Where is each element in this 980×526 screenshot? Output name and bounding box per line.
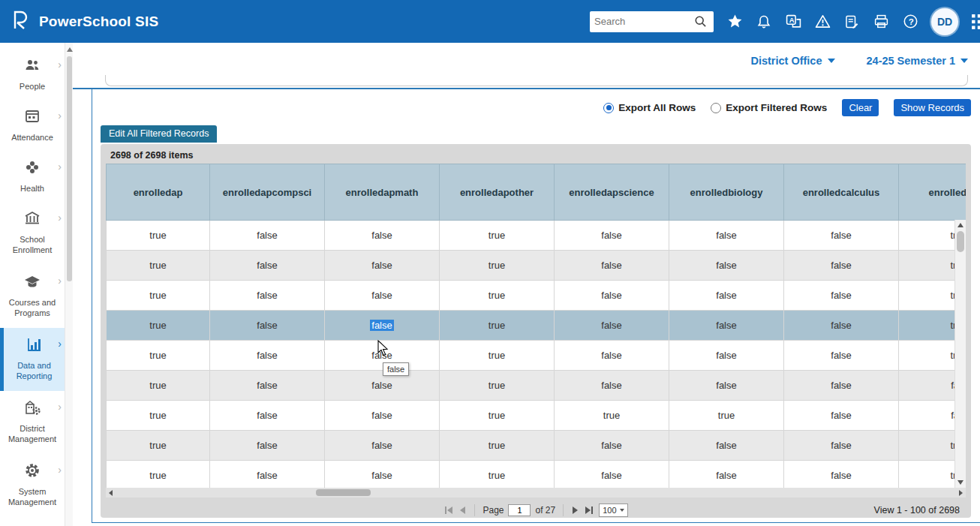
sidebar-item-courses-and-programs[interactable]: › Courses and Programs	[0, 265, 65, 328]
table-cell[interactable]: false	[325, 401, 440, 431]
page-number-input[interactable]	[508, 504, 531, 516]
translate-icon[interactable]: A	[785, 14, 801, 30]
table-cell[interactable]: false	[784, 461, 899, 488]
table-cell[interactable]: false	[210, 251, 325, 281]
print-icon[interactable]	[873, 14, 889, 30]
table-cell[interactable]: false	[784, 341, 899, 371]
table-cell[interactable]: false	[669, 461, 784, 488]
table-cell[interactable]: false	[555, 251, 669, 281]
radio-unselected-icon[interactable]	[711, 103, 721, 113]
table-cell[interactable]: true	[107, 401, 210, 431]
pager-first-button[interactable]	[443, 505, 454, 515]
column-header-enrolledapmath[interactable]: enrolledapmath	[325, 164, 440, 221]
table-cell[interactable]: false	[210, 431, 325, 461]
table-cell[interactable]: false	[555, 431, 669, 461]
column-header-enrolledcalculus[interactable]: enrolledcalculus	[784, 164, 899, 221]
table-cell[interactable]: true	[440, 221, 555, 251]
table-cell[interactable]: true	[440, 311, 555, 341]
table-cell[interactable]: true	[440, 371, 555, 401]
table-cell[interactable]: false	[784, 311, 899, 341]
sidebar-item-people[interactable]: › People	[0, 49, 65, 100]
search-icon[interactable]	[693, 14, 709, 30]
vertical-scrollbar[interactable]	[954, 220, 966, 488]
table-cell[interactable]: false	[325, 311, 440, 341]
clear-button[interactable]: Clear	[842, 99, 879, 116]
table-cell[interactable]: false	[784, 431, 899, 461]
table-cell[interactable]: false	[210, 461, 325, 488]
table-cell[interactable]: false	[325, 251, 440, 281]
table-cell[interactable]: true	[440, 401, 555, 431]
scroll-up-arrow-icon[interactable]	[67, 47, 73, 52]
radio-export-all-rows[interactable]: Export All Rows	[603, 102, 696, 113]
column-header-enrolledche[interactable]: enrolledche	[899, 164, 966, 221]
table-cell[interactable]: false	[555, 311, 669, 341]
table-cell[interactable]: false	[210, 371, 325, 401]
table-cell[interactable]: true	[669, 401, 784, 431]
table-cell[interactable]: true	[440, 251, 555, 281]
table-cell[interactable]: false	[669, 251, 784, 281]
app-switcher-icon[interactable]	[971, 14, 980, 30]
table-cell[interactable]: true	[440, 431, 555, 461]
column-header-enrolledbiology[interactable]: enrolledbiology	[669, 164, 784, 221]
table-cell[interactable]: false	[555, 281, 669, 311]
table-cell[interactable]: true	[107, 341, 210, 371]
table-cell[interactable]: false	[325, 431, 440, 461]
sidebar-scrollbar-thumb[interactable]	[67, 56, 72, 281]
scroll-down-arrow-icon[interactable]	[957, 480, 963, 485]
table-cell[interactable]: false	[210, 341, 325, 371]
page-size-select[interactable]: 100	[599, 503, 627, 517]
table-cell[interactable]: false	[784, 251, 899, 281]
sidebar-item-school-enrollment[interactable]: › School Enrollment	[0, 202, 65, 265]
horizontal-scrollbar-thumb[interactable]	[316, 489, 371, 496]
column-header-enrolledapother[interactable]: enrolledapother	[440, 164, 555, 221]
table-cell[interactable]: true	[107, 281, 210, 311]
table-cell[interactable]: true	[107, 251, 210, 281]
sidebar-item-system-management[interactable]: › System Management	[0, 454, 65, 517]
table-cell[interactable]: false	[784, 221, 899, 251]
table-cell[interactable]: false	[325, 371, 440, 401]
table-cell[interactable]: true	[107, 431, 210, 461]
notifications-bell-icon[interactable]	[756, 14, 772, 30]
pager-prev-button[interactable]	[458, 505, 467, 515]
radio-export-filtered-rows[interactable]: Export Filtered Rows	[711, 102, 827, 113]
school-selector[interactable]: District Office	[750, 55, 834, 67]
table-cell[interactable]: false	[669, 221, 784, 251]
radio-selected-icon[interactable]	[603, 103, 614, 113]
table-cell[interactable]: false	[555, 461, 669, 488]
pager-next-button[interactable]	[571, 505, 579, 515]
search-input[interactable]	[594, 16, 693, 27]
edit-all-filtered-records-button[interactable]: Edit All Filtered Records	[101, 125, 217, 143]
table-cell[interactable]: false	[210, 221, 325, 251]
column-header-enrolledapcompsci[interactable]: enrolledapcompsci	[210, 164, 325, 221]
table-cell[interactable]: false	[555, 371, 669, 401]
scroll-left-arrow-icon[interactable]	[109, 490, 113, 496]
table-cell[interactable]: false	[210, 311, 325, 341]
tasks-checklist-icon[interactable]	[843, 14, 860, 30]
sidebar-scrollbar[interactable]	[65, 43, 73, 526]
table-cell[interactable]: false	[669, 371, 784, 401]
favorites-star-icon[interactable]	[726, 14, 743, 30]
vertical-scrollbar-thumb[interactable]	[957, 231, 964, 252]
table-cell[interactable]: false	[325, 281, 440, 311]
sidebar-item-district-management[interactable]: › District Management	[0, 391, 65, 454]
avatar[interactable]: DD	[931, 8, 958, 35]
table-cell[interactable]: true	[107, 371, 210, 401]
sidebar-item-health[interactable]: › Health	[0, 151, 65, 202]
column-header-enrolledapscience[interactable]: enrolledapscience	[555, 164, 669, 221]
table-cell[interactable]: false	[669, 281, 784, 311]
table-cell[interactable]: false	[669, 431, 784, 461]
table-cell[interactable]: false	[784, 401, 899, 431]
table-cell[interactable]: false	[555, 221, 669, 251]
scroll-up-arrow-icon[interactable]	[957, 223, 963, 227]
sidebar-item-data-and-reporting[interactable]: › Data and Reporting	[0, 328, 65, 391]
search-box[interactable]	[590, 11, 714, 32]
table-cell[interactable]: true	[555, 401, 669, 431]
table-cell[interactable]: true	[107, 221, 210, 251]
table-cell[interactable]: true	[107, 461, 210, 488]
column-header-enrolledap[interactable]: enrolledap	[107, 164, 210, 221]
table-cell[interactable]: false	[784, 281, 899, 311]
table-cell[interactable]: true	[440, 281, 555, 311]
table-cell[interactable]: false	[210, 401, 325, 431]
table-cell[interactable]: true	[107, 311, 210, 341]
table-cell[interactable]: false	[669, 341, 784, 371]
